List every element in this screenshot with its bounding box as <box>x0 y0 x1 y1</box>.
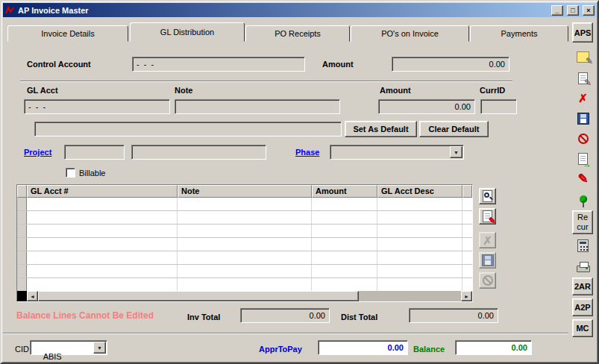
recur-button[interactable]: Re cur <box>572 210 593 234</box>
edit-button[interactable]: ✎ <box>573 69 593 87</box>
grid-cancel-button[interactable] <box>479 272 496 289</box>
grid-cell[interactable] <box>312 265 377 277</box>
red-pen-button[interactable]: ✎ <box>573 169 593 188</box>
a2p-button[interactable]: A2P <box>572 298 593 316</box>
post-button[interactable]: → <box>573 149 593 168</box>
grid-cell[interactable] <box>377 198 462 210</box>
currid-field[interactable] <box>480 99 517 114</box>
aps-button[interactable]: APS <box>572 22 593 43</box>
amount-field[interactable]: 0.00 <box>392 57 509 72</box>
grid-body[interactable] <box>17 198 472 291</box>
titlebar[interactable]: AP Invoice Master _ □ × <box>3 3 596 17</box>
row-selector[interactable] <box>17 238 27 251</box>
scroll-right-arrow[interactable]: ► <box>461 291 472 301</box>
print-button[interactable] <box>573 257 593 275</box>
grid-cell[interactable] <box>312 238 377 251</box>
grid-cell[interactable] <box>377 238 462 251</box>
minimize-button[interactable]: _ <box>551 5 563 16</box>
grid-row[interactable] <box>17 225 472 238</box>
grid-cell[interactable] <box>312 278 377 291</box>
grid-cell[interactable] <box>178 265 312 277</box>
grid-save-button[interactable] <box>479 252 496 269</box>
tab-pos-on-invoice[interactable]: PO's on Invoice <box>351 25 469 42</box>
grid-cell[interactable] <box>377 278 462 291</box>
grid-row[interactable] <box>17 211 472 225</box>
project-code-field[interactable] <box>64 145 125 160</box>
grid-header-gl-acct[interactable]: GL Acct # <box>27 185 178 198</box>
row-selector[interactable] <box>17 198 27 210</box>
row-selector[interactable] <box>17 278 27 291</box>
grid-row[interactable] <box>17 265 472 278</box>
note-field[interactable] <box>175 99 340 114</box>
grid-header-gl-acct-desc[interactable]: GL Acct Desc <box>377 185 462 198</box>
grid-view-button[interactable] <box>479 188 496 204</box>
tab-gl-distribution[interactable]: GL Distribution <box>130 22 245 42</box>
pushpin-button[interactable] <box>573 189 593 208</box>
grid-row[interactable] <box>17 278 472 291</box>
grid-cell[interactable] <box>27 278 178 291</box>
control-account-field[interactable]: - - - <box>132 57 305 72</box>
tab-po-receipts[interactable]: PO Receipts <box>245 25 350 42</box>
clear-default-button[interactable]: Clear Default <box>419 121 489 137</box>
note-button[interactable]: ✎ <box>573 48 593 66</box>
grid-cell[interactable] <box>27 238 178 251</box>
grid-cell[interactable] <box>178 278 312 291</box>
grid-row[interactable] <box>17 238 472 251</box>
grid-header-note[interactable]: Note <box>178 185 312 198</box>
project-link[interactable]: Project <box>24 148 51 157</box>
gl-acct-field[interactable]: - - - <box>24 99 170 114</box>
grid-row[interactable] <box>17 198 472 211</box>
row-selector[interactable] <box>17 225 27 237</box>
calculator-button[interactable] <box>573 236 593 255</box>
set-as-default-button[interactable]: Set As Default <box>345 121 417 137</box>
grid-cell[interactable] <box>27 198 178 210</box>
phase-combo[interactable]: ▼ <box>330 145 464 160</box>
grid-cell[interactable] <box>377 265 462 277</box>
gl-distribution-grid[interactable]: GL Acct # Note Amount GL Acct Desc ◄ ► <box>16 184 473 302</box>
grid-edit-button[interactable]: ✎ <box>479 208 496 225</box>
grid-cell[interactable] <box>27 225 178 237</box>
grid-cell[interactable] <box>178 251 312 264</box>
delete-button[interactable]: ✗ <box>573 89 593 107</box>
scroll-left-arrow[interactable]: ◄ <box>27 291 38 301</box>
app-icon[interactable] <box>4 5 15 16</box>
grid-cell[interactable] <box>312 198 377 210</box>
grid-cell[interactable] <box>377 251 462 264</box>
cancel-button[interactable] <box>573 129 593 148</box>
phase-link[interactable]: Phase <box>295 148 319 157</box>
grid-cell[interactable] <box>312 211 377 224</box>
grid-cell[interactable] <box>178 225 312 237</box>
gl-amount-field[interactable]: 0.00 <box>378 99 475 114</box>
grid-cell[interactable] <box>312 225 377 237</box>
row-selector[interactable] <box>17 265 27 277</box>
tab-payments[interactable]: Payments <box>470 25 568 42</box>
horizontal-scrollbar[interactable]: ◄ ► <box>17 291 472 301</box>
grid-cell[interactable] <box>27 251 178 264</box>
cid-combo[interactable]: ABIS ▼ <box>30 340 107 355</box>
row-selector[interactable] <box>17 251 27 264</box>
scrollbar-thumb[interactable] <box>38 291 359 301</box>
grid-row[interactable] <box>17 251 472 265</box>
grid-cell[interactable] <box>178 198 312 210</box>
grid-cell[interactable] <box>312 251 377 264</box>
maximize-button[interactable]: □ <box>567 5 579 16</box>
grid-cell[interactable] <box>178 238 312 251</box>
row-selector[interactable] <box>17 211 27 224</box>
chevron-down-icon[interactable]: ▼ <box>450 146 462 158</box>
gl-description-field[interactable] <box>34 122 342 136</box>
close-button[interactable]: × <box>583 5 595 16</box>
project-name-field[interactable] <box>131 145 266 160</box>
chevron-down-icon[interactable]: ▼ <box>93 342 106 354</box>
scrollbar-track[interactable] <box>359 291 461 301</box>
grid-cell[interactable] <box>377 211 462 224</box>
save-button[interactable] <box>573 109 593 128</box>
grid-delete-button[interactable]: ✗ <box>479 232 496 248</box>
tab-invoice-details[interactable]: Invoice Details <box>7 25 128 42</box>
mc-button[interactable]: MC <box>572 319 593 337</box>
grid-header-amount[interactable]: Amount <box>312 185 377 198</box>
grid-cell[interactable] <box>27 211 178 224</box>
grid-cell[interactable] <box>27 265 178 277</box>
grid-cell[interactable] <box>377 225 462 237</box>
grid-cell[interactable] <box>178 211 312 224</box>
2ar-button[interactable]: 2AR <box>572 277 593 295</box>
